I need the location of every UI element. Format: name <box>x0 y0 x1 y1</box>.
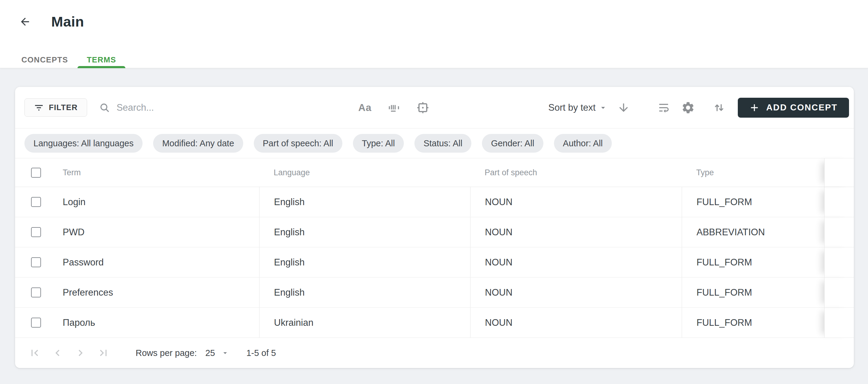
back-button[interactable] <box>18 15 32 29</box>
row-checkbox[interactable] <box>31 227 41 237</box>
barcode-match-button[interactable] <box>387 101 401 114</box>
type-cell: FULL_FORM <box>682 187 824 217</box>
table-body: Login English NOUN FULL_FORM PWD English… <box>15 187 854 338</box>
actions-cell <box>824 187 854 217</box>
active-tab-indicator <box>78 66 126 68</box>
swap-vertical-icon <box>712 101 726 114</box>
actions-cell <box>824 217 854 247</box>
row-checkbox[interactable] <box>31 318 41 328</box>
rows-per-page-select[interactable]: 25 <box>205 348 229 358</box>
chip-type[interactable]: Type: All <box>353 134 404 153</box>
search-box <box>99 102 268 113</box>
search-input[interactable] <box>116 102 258 113</box>
page-title: Main <box>51 13 84 30</box>
actions-cell <box>824 247 854 277</box>
term-cell: PWD <box>48 217 259 247</box>
match-case-button[interactable]: Aa <box>358 102 372 113</box>
column-header-language: Language <box>259 158 470 187</box>
barcode-icon <box>387 101 401 114</box>
chevron-down-icon <box>598 103 608 112</box>
column-header-part-of-speech: Part of speech <box>470 158 682 187</box>
rows-per-page-label: Rows per page: <box>135 348 197 358</box>
part-of-speech-cell: NOUN <box>470 217 682 247</box>
tab-bar: CONCEPTS TERMS <box>12 52 868 68</box>
term-cell: Пароль <box>48 308 259 337</box>
last-page-icon <box>97 347 110 359</box>
add-concept-label: ADD CONCEPT <box>766 102 838 113</box>
previous-page-button[interactable] <box>51 347 64 359</box>
rows-per-page-value: 25 <box>205 348 215 358</box>
last-page-button[interactable] <box>97 347 110 359</box>
terms-card: FILTER Aa <box>15 87 854 368</box>
table-row[interactable]: Password English NOUN FULL_FORM <box>15 247 854 277</box>
table-row[interactable]: Пароль Ukrainian NOUN FULL_FORM <box>15 308 854 338</box>
wrap-text-icon <box>657 101 670 114</box>
part-of-speech-cell: NOUN <box>470 247 682 277</box>
type-cell: ABBREVIATION <box>682 217 824 247</box>
chip-languages[interactable]: Languages: All languages <box>24 134 143 153</box>
first-page-button[interactable] <box>28 347 41 359</box>
import-export-button[interactable] <box>712 101 726 114</box>
chip-author[interactable]: Author: All <box>554 134 612 153</box>
tab-terms-label: TERMS <box>87 55 116 64</box>
row-checkbox[interactable] <box>31 257 41 267</box>
part-of-speech-cell: NOUN <box>470 277 682 307</box>
language-cell: Ukrainian <box>259 308 470 337</box>
match-case-label: Aa <box>358 102 372 113</box>
filter-button-label: FILTER <box>49 103 78 112</box>
term-cell: Preferences <box>48 277 259 307</box>
title-row: Main <box>18 13 868 30</box>
toolbar-right: Sort by text <box>548 98 849 118</box>
part-of-speech-cell: NOUN <box>470 308 682 337</box>
pagination-bar: Rows per page: 25 1-5 of 5 <box>15 338 854 368</box>
table-row[interactable]: PWD English NOUN ABBREVIATION <box>15 217 854 247</box>
arrow-left-icon <box>19 16 31 28</box>
first-page-icon <box>28 347 41 359</box>
actions-cell <box>824 308 854 337</box>
plus-icon <box>749 102 760 113</box>
chip-modified[interactable]: Modified: Any date <box>153 134 243 153</box>
chevron-right-icon <box>74 347 87 359</box>
language-cell: English <box>259 187 470 217</box>
type-cell: FULL_FORM <box>682 277 824 307</box>
tab-terms[interactable]: TERMS <box>78 52 126 68</box>
type-cell: FULL_FORM <box>682 308 824 337</box>
search-options: Aa <box>358 101 430 114</box>
actions-cell <box>824 277 854 307</box>
select-all-checkbox[interactable] <box>31 168 41 178</box>
column-header-type: Type <box>682 158 824 187</box>
filter-icon <box>34 102 44 113</box>
sort-select-label: Sort by text <box>548 102 595 113</box>
tab-concepts[interactable]: CONCEPTS <box>12 52 78 68</box>
column-header-actions <box>824 158 854 187</box>
term-cell: Password <box>48 247 259 277</box>
filter-chips-row: Languages: All languages Modified: Any d… <box>15 128 854 158</box>
type-cell: FULL_FORM <box>682 247 824 277</box>
settings-button[interactable] <box>681 101 695 115</box>
table-row[interactable]: Login English NOUN FULL_FORM <box>15 187 854 217</box>
wrap-text-button[interactable] <box>657 101 670 114</box>
sort-direction-button[interactable] <box>617 101 630 114</box>
page-content: FILTER Aa <box>0 68 868 368</box>
filter-button[interactable]: FILTER <box>24 98 87 117</box>
column-header-term: Term <box>48 158 259 187</box>
part-of-speech-cell: NOUN <box>470 187 682 217</box>
row-checkbox[interactable] <box>31 288 41 297</box>
sort-select[interactable]: Sort by text <box>548 102 608 113</box>
chevron-down-icon <box>221 349 229 357</box>
search-icon <box>99 102 110 113</box>
add-concept-button[interactable]: ADD CONCEPT <box>738 98 849 118</box>
chip-gender[interactable]: Gender: All <box>482 134 543 153</box>
row-checkbox[interactable] <box>31 197 41 207</box>
chip-part-of-speech[interactable]: Part of speech: All <box>254 134 342 153</box>
next-page-button[interactable] <box>74 347 87 359</box>
settings-gear-icon <box>681 101 695 115</box>
term-cell: Login <box>48 187 259 217</box>
table-row[interactable]: Preferences English NOUN FULL_FORM <box>15 277 854 308</box>
center-focus-icon <box>416 101 430 114</box>
exact-match-button[interactable] <box>416 101 430 114</box>
language-cell: English <box>259 217 470 247</box>
chip-status[interactable]: Status: All <box>414 134 471 153</box>
chevron-left-icon <box>51 347 64 359</box>
tab-concepts-label: CONCEPTS <box>22 55 68 64</box>
